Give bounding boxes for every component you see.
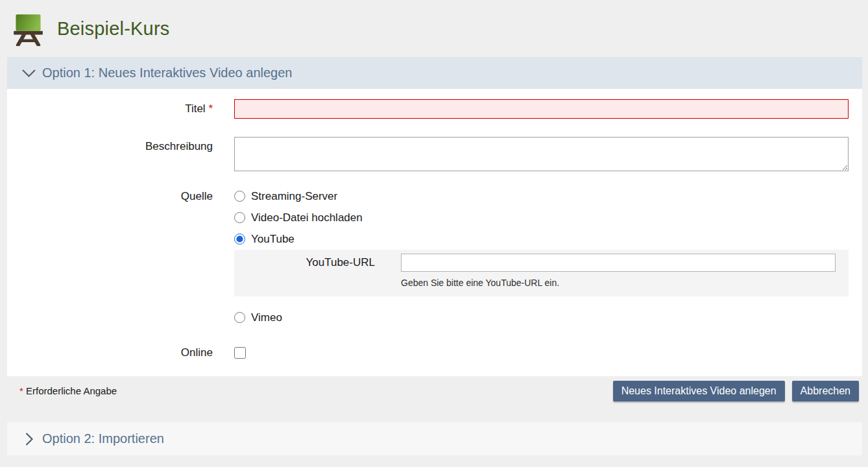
- quelle-option-streaming-server: Streaming-Server: [234, 186, 849, 207]
- page-title: Beispiel-Kurs: [57, 18, 169, 40]
- option1-title: Option 1: Neues Interaktives Video anleg…: [42, 66, 292, 80]
- page-header: Beispiel-Kurs: [0, 0, 868, 57]
- radio-streaming-server[interactable]: [234, 191, 245, 202]
- radio-streaming-server-label[interactable]: Streaming-Server: [251, 190, 337, 203]
- quelle-option-youtube: YouTube: [234, 228, 849, 250]
- required-note: * Erforderliche Angabe: [19, 381, 117, 401]
- chevron-down-icon: [21, 69, 36, 78]
- form-footer: * Erforderliche Angabe Neues Interaktive…: [0, 376, 868, 422]
- online-checkbox[interactable]: [234, 347, 246, 359]
- online-label: Online: [7, 342, 234, 363]
- option2-header[interactable]: Option 2: Importieren: [7, 422, 862, 455]
- youtube-url-input[interactable]: [401, 254, 836, 272]
- youtube-url-panel: YouTube-URL Geben Sie bitte eine YouTube…: [234, 250, 849, 296]
- option2-title: Option 2: Importieren: [42, 431, 164, 446]
- quelle-row: Quelle Streaming-Server Video-Datei hoch…: [7, 186, 862, 328]
- required-note-asterisk: *: [19, 385, 23, 396]
- radio-video-datei-hochladen-label[interactable]: Video-Datei hochladen: [251, 211, 363, 224]
- titel-input[interactable]: [234, 99, 849, 119]
- titel-label: Titel *: [7, 99, 234, 119]
- radio-video-datei-hochladen[interactable]: [234, 212, 245, 223]
- radio-youtube[interactable]: [234, 234, 245, 245]
- titel-row: Titel *: [7, 99, 862, 119]
- radio-vimeo[interactable]: [234, 312, 245, 323]
- quelle-label: Quelle: [7, 186, 234, 328]
- quelle-option-video-datei: Video-Datei hochladen: [234, 207, 849, 228]
- radio-vimeo-label[interactable]: Vimeo: [251, 311, 282, 324]
- beschreibung-textarea[interactable]: [234, 137, 849, 171]
- course-easel-icon: [11, 12, 45, 46]
- cancel-button[interactable]: Abbrechen: [792, 381, 859, 401]
- chevron-right-icon: [21, 432, 36, 446]
- option1-header[interactable]: Option 1: Neues Interaktives Video anleg…: [7, 57, 862, 89]
- online-row: Online: [7, 342, 862, 363]
- option1-section: Option 1: Neues Interaktives Video anleg…: [7, 57, 862, 376]
- beschreibung-label: Beschreibung: [7, 137, 234, 174]
- youtube-url-label: YouTube-URL: [234, 254, 401, 272]
- youtube-url-hint: Geben Sie bitte eine YouTube-URL ein.: [401, 278, 836, 288]
- option1-form: Titel * Beschreibung Quelle Streaming-Se…: [7, 89, 862, 376]
- quelle-option-vimeo: Vimeo: [234, 307, 849, 328]
- required-asterisk: *: [208, 102, 213, 115]
- radio-youtube-label[interactable]: YouTube: [251, 233, 295, 246]
- beschreibung-row: Beschreibung: [7, 137, 862, 174]
- submit-button[interactable]: Neues Interaktives Video anlegen: [613, 381, 785, 401]
- option2-section: Option 2: Importieren: [7, 422, 862, 455]
